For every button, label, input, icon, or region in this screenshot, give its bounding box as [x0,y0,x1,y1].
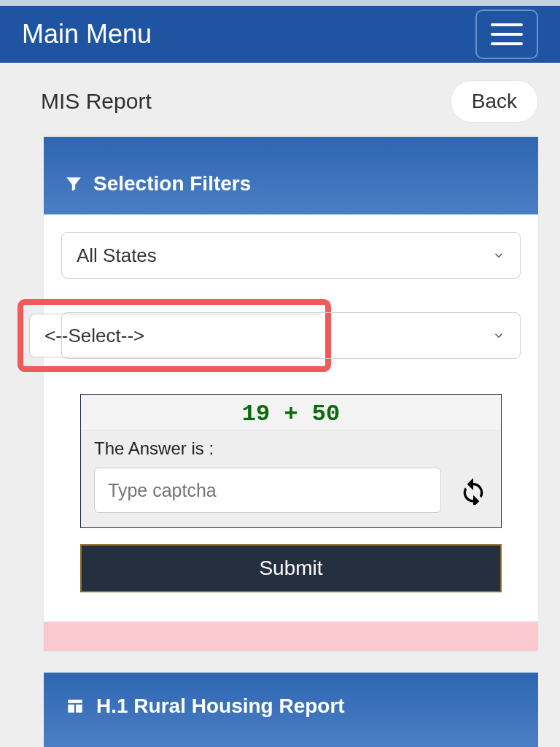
hamburger-menu-button[interactable] [475,9,538,59]
top-accent-strip [0,0,560,6]
captcha-panel: 19 + 50 The Answer is : [80,394,502,528]
state-select-value: All States [77,244,157,267]
app-bar: Main Menu [0,6,560,63]
report-type-select-value: <--Select--> [44,325,144,347]
selection-filters-title: Selection Filters [93,172,251,196]
back-button[interactable]: Back [451,80,538,123]
captcha-label: The Answer is : [94,438,488,459]
captcha-input[interactable] [94,468,441,513]
rural-housing-report-title: H.1 Rural Housing Report [96,694,345,718]
submit-button[interactable]: Submit [80,544,502,592]
app-title: Main Menu [22,19,152,50]
selection-filters-card: Selection Filters All States [44,136,538,651]
page-title: MIS Report [41,89,152,114]
state-select[interactable]: All States [61,232,521,279]
report-type-select[interactable]: <--Select--> [29,314,321,357]
highlighted-select-annotation: <--Select--> [18,299,331,372]
error-strip [44,622,538,651]
table-icon [64,697,86,716]
filter-icon [64,174,83,193]
selection-filters-header: Selection Filters [44,137,538,214]
rural-housing-report-header[interactable]: H.1 Rural Housing Report [44,673,538,747]
sub-header: MIS Report Back [0,63,560,136]
refresh-captcha-button[interactable] [459,476,488,505]
chevron-down-icon [492,329,505,342]
captcha-question: 19 + 50 [81,395,501,431]
chevron-down-icon [492,249,505,262]
